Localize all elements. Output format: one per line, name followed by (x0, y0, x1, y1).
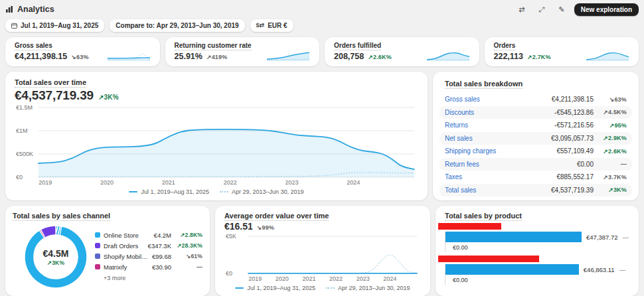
refresh-icon: ⇄ (519, 5, 524, 13)
sales-by-product-card: Total sales by product €47,387.72—€0.00€… (436, 206, 639, 296)
breakdown-row-value: €557,109.49 (556, 147, 594, 155)
svg-text:2021: 2021 (162, 179, 175, 186)
donut-total-change: ↗3K% (47, 259, 64, 266)
topbar: Analytics ⇄ ⤢ ✎ New exploration (5, 4, 639, 15)
kpi-card-orders[interactable]: Orders 222,113 ↗2.7K% (485, 37, 639, 66)
channel-legend-row: Shopify Mobile for Andr...€99.68↘61% (95, 251, 202, 261)
breakdown-row-label[interactable]: Return fees (445, 161, 577, 168)
breakdown-table: Gross sales€4,211,398.15↘63%Discounts-€5… (440, 93, 632, 196)
breakdown-row-label[interactable]: Net sales (445, 135, 551, 142)
chart-legend: Jul 1, 2019–Aug 31, 2025 Apr 29, 2013–Ju… (15, 187, 418, 196)
channel-legend-row: Draft Orders€347.3K↗28.3K% (95, 240, 202, 251)
breakdown-row-label[interactable]: Gross sales (445, 96, 552, 103)
channel-change: ↗28.3K% (175, 242, 202, 249)
expand-button[interactable]: ⤢ (534, 4, 549, 15)
kpi-change: ↗419% (206, 54, 228, 60)
edit-button[interactable]: ✎ (554, 4, 569, 15)
breakdown-row: Net sales€3,095,057.73↗2.9K% (440, 132, 632, 145)
breakdown-row-change: ↘63% (594, 96, 627, 103)
sales-by-channel-card: Total sales by sales channel €4.5M ↗3K% … (5, 206, 210, 296)
redacted-product-name (438, 256, 539, 262)
product-sales-bar[interactable] (445, 232, 582, 242)
kpi-value: 208,758 (334, 52, 364, 61)
product-comparison-value: €0.00 (445, 275, 629, 285)
kpi-card-orders-fulfilled[interactable]: Orders fulfilled 208,758 ↗2.6K% (325, 37, 479, 66)
breakdown-row-change: ↗4.5K% (594, 109, 627, 115)
product-bar-value: €47,387.72 (586, 234, 618, 241)
compare-to-filter[interactable]: Compare to: Apr 29, 2013–Jun 30, 2019 (110, 19, 244, 32)
channel-label[interactable]: Matrixify (104, 263, 149, 271)
aov-change: ↘99% (257, 224, 274, 231)
refresh-button[interactable]: ⇄ (515, 4, 529, 15)
product-sales-bar[interactable] (445, 264, 579, 275)
kpi-card-gross-sales[interactable]: Gross sales €4,211,398.15 ↘63% (5, 37, 160, 66)
kpi-sparkline (266, 48, 310, 62)
product-comparison-value: €0.00 (445, 242, 629, 252)
breakdown-row: Total sales€4,537,719.39↗3K% (440, 184, 632, 197)
breakdown-row: Shipping charges€557,109.49↗2.6K% (440, 145, 632, 158)
breakdown-row-label[interactable]: Shipping charges (445, 147, 556, 155)
kpi-row: Gross sales €4,211,398.15 ↘63% Returning… (5, 37, 639, 66)
breakdown-row-value: €4,537,719.39 (551, 186, 594, 194)
analytics-dashboard: Analytics ⇄ ⤢ ✎ New exploration Jul 1, 2… (0, 0, 644, 296)
new-exploration-button[interactable]: New exploration (574, 3, 639, 16)
kpi-label: Gross sales (15, 42, 52, 50)
total-sales-breakdown-card: Total sales breakdown Gross sales€4,211,… (433, 72, 639, 200)
breakdown-row: Returns-€571,216.56↗95% (440, 119, 632, 132)
product-bar-group: €46,863.11—€0.00 (445, 256, 629, 285)
breakdown-row-value: €3,095,057.73 (551, 135, 594, 142)
svg-text:2021: 2021 (302, 275, 315, 282)
aov-line-chart: €0€5K201920202021202220232024 (224, 233, 421, 283)
breakdown-row-change: ↗3.7K% (594, 174, 627, 181)
total-sales-value: €4,537,719.39 (15, 88, 94, 103)
svg-text:2023: 2023 (285, 179, 298, 186)
page-title: Analytics (17, 5, 54, 14)
breakdown-row-value: €4,211,398.15 (552, 96, 594, 103)
breakdown-row-label[interactable]: Discounts (445, 109, 554, 116)
svg-text:2019: 2019 (39, 179, 52, 186)
svg-text:2024: 2024 (383, 275, 396, 282)
channel-change: ↗2.8K% (175, 232, 202, 238)
svg-text:2019: 2019 (248, 275, 262, 282)
more-channels-link[interactable]: +3 more (104, 275, 202, 281)
legend-item-comparison[interactable]: Apr 29, 2013–Jun 30, 2019 (220, 188, 304, 195)
product-bar-group: €47,387.72—€0.00 (445, 223, 629, 252)
breakdown-row-value: €885,552.17 (556, 173, 594, 181)
svg-text:2022: 2022 (224, 179, 237, 186)
legend-item-current[interactable]: Jul 1, 2019–Aug 31, 2025 (129, 188, 209, 195)
channel-change: — (175, 263, 202, 270)
redacted-product-name (438, 223, 501, 230)
svg-text:€500K: €500K (16, 151, 33, 157)
svg-text:2022: 2022 (329, 275, 343, 282)
svg-text:€5K: €5K (226, 233, 236, 240)
svg-text:2020: 2020 (276, 275, 289, 282)
breakdown-row-label[interactable]: Returns (445, 121, 554, 129)
channel-label[interactable]: Online Store (104, 232, 151, 239)
breakdown-row-label[interactable]: Taxes (445, 173, 556, 181)
svg-text:2024: 2024 (347, 179, 360, 186)
channel-change: ↘61% (175, 253, 202, 259)
date-range-filter[interactable]: Jul 1, 2019–Aug 31, 2025 (5, 19, 104, 32)
breakdown-row-label[interactable]: Total sales (445, 186, 551, 194)
currency-filter[interactable]: $⇄ EUR € (250, 19, 293, 32)
breakdown-row: Taxes€885,552.17↗3.7K% (440, 171, 632, 184)
svg-text:2020: 2020 (100, 179, 114, 186)
bottom-row: Total sales by sales channel €4.5M ↗3K% … (5, 206, 639, 296)
legend-item-comparison[interactable]: Apr 29, 2013–Jun 30, 2019 (326, 285, 410, 291)
breakdown-row-change: ↗2.9K% (594, 135, 627, 141)
kpi-card-returning-customer-rate[interactable]: Returning customer rate 25.91% ↗419% (165, 37, 320, 66)
channel-label[interactable]: Shopify Mobile for Andr... (104, 253, 149, 260)
breakdown-row-change: ↗3K% (594, 186, 627, 193)
legend-item-current[interactable]: Jul 1, 2019–Aug 31, 2025 (235, 285, 315, 291)
expand-icon: ⤢ (538, 5, 544, 13)
channel-color-swatch (95, 243, 100, 248)
breakdown-row-value: -€571,216.56 (554, 121, 594, 129)
kpi-value: €4,211,398.15 (15, 52, 67, 61)
aov-title: Average order value over time (224, 212, 329, 221)
breakdown-row: Discounts-€545,123.86↗4.5K% (440, 106, 632, 119)
channel-donut-chart: €4.5M ↗3K% (22, 223, 90, 291)
solid-line-swatch (235, 287, 244, 289)
channel-label[interactable]: Draft Orders (104, 242, 145, 250)
bar-chart-icon (5, 5, 13, 13)
product-bar-change: — (623, 234, 629, 241)
